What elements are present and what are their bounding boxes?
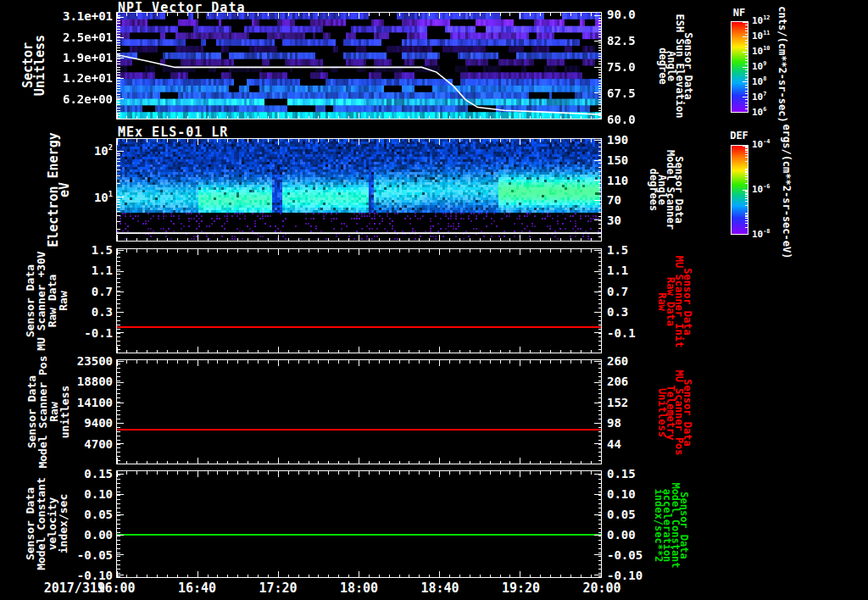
y-tick-label-right: 0.3 bbox=[607, 305, 666, 318]
y-tick-label: 0.7 bbox=[22, 285, 113, 297]
y-tick-label-right: 30 bbox=[607, 214, 666, 226]
y-tick-label-right: 260 bbox=[607, 354, 666, 367]
y-tick-label-right: 206 bbox=[607, 375, 666, 387]
y-tick-label-right: 60.0 bbox=[607, 113, 666, 125]
y-tick-label-right: 110 bbox=[607, 174, 666, 186]
y-tick-label-right: -0.05 bbox=[607, 548, 666, 561]
def-scale-tick: 10-4 bbox=[752, 139, 770, 150]
time-tick-label: 19:20 bbox=[502, 581, 540, 596]
axis-ticks bbox=[117, 249, 601, 353]
nf-scale-tick: 108 bbox=[752, 76, 766, 87]
y-tick-label: 18800 bbox=[22, 375, 113, 387]
y-tick-label-right: 0.10 bbox=[607, 487, 666, 500]
def-scale-tick: 10-6 bbox=[752, 184, 770, 195]
nf-scale-tick: 1011 bbox=[752, 31, 770, 42]
y-tick-label: 1.9e+01 bbox=[22, 51, 113, 64]
panel3-line-plot bbox=[116, 248, 602, 353]
y-tick-label-right: 150 bbox=[607, 153, 666, 166]
def-scale-tick: 10-8 bbox=[752, 229, 770, 240]
def-colorbar-unit: ergs/(cm**2-sr-sec-eV) bbox=[782, 125, 792, 259]
y-tick-label-right: 75.0 bbox=[607, 60, 666, 73]
y-tick-label-right: 1.5 bbox=[607, 243, 666, 256]
nf-scale-tick: 106 bbox=[752, 107, 766, 118]
panel4-line-plot bbox=[116, 359, 602, 464]
date-label: 2017/319 bbox=[15, 581, 105, 596]
y-tick-label-right: 190 bbox=[607, 133, 666, 146]
y-tick-label-right: 0.05 bbox=[607, 508, 666, 520]
y-tick-label: 14100 bbox=[22, 396, 113, 408]
y-tick-label-right: 67.5 bbox=[607, 86, 666, 99]
axis-ticks bbox=[117, 360, 601, 464]
time-tick-label: 18:40 bbox=[420, 581, 459, 596]
nf-colorbar-title: NF bbox=[722, 7, 756, 19]
axis-ticks bbox=[117, 471, 601, 577]
y-tick-label: 0.3 bbox=[22, 305, 113, 318]
y-tick-label: 6.2e+00 bbox=[22, 92, 113, 105]
def-colorbar-title: DEF bbox=[722, 130, 756, 142]
y-tick-label-right: 44 bbox=[607, 437, 666, 450]
y-tick-label: 23500 bbox=[22, 354, 113, 367]
y-tick-label: 0.15 bbox=[22, 467, 113, 480]
plot-screen: NPI Vector Data MEx ELS-01 LR Sector Uni… bbox=[0, 0, 868, 600]
y-tick-label: -0.10 bbox=[22, 569, 113, 581]
panel5-line-plot bbox=[116, 470, 602, 578]
y-tick-label: 1.5 bbox=[22, 243, 113, 256]
nf-colorbar bbox=[731, 21, 748, 113]
y-tick-label: 9400 bbox=[22, 416, 113, 429]
y-tick-label: 4700 bbox=[22, 437, 113, 450]
y-tick-label: 0.00 bbox=[22, 528, 113, 541]
nf-colorbar-unit: cnts/(cm**2-sr-sec) bbox=[777, 6, 787, 122]
y-tick-label-right: 1.1 bbox=[607, 264, 666, 276]
def-colorbar bbox=[731, 145, 748, 235]
y-tick-label-right: 90.0 bbox=[607, 8, 666, 20]
nf-scale-tick: 107 bbox=[752, 92, 766, 103]
y-tick-label-right: 0.00 bbox=[607, 528, 666, 541]
time-tick-label: 16:00 bbox=[97, 581, 135, 596]
y-tick-label: 1.1 bbox=[22, 264, 113, 276]
y-tick-label: -0.1 bbox=[22, 326, 113, 339]
colorbar-ticks bbox=[732, 22, 748, 112]
y-tick-label-right: -0.1 bbox=[607, 326, 666, 339]
time-tick-label: 17:20 bbox=[259, 581, 297, 596]
y-tick-label-right: 82.5 bbox=[607, 34, 666, 47]
y-tick-label: 3.1e+01 bbox=[22, 9, 113, 22]
nf-scale-tick: 1012 bbox=[752, 15, 770, 26]
nf-scale-tick: 1010 bbox=[752, 46, 770, 57]
panel1-npi-spectrogram bbox=[116, 12, 602, 119]
panel2-els-spectrogram bbox=[116, 138, 602, 242]
axis-ticks bbox=[117, 13, 601, 119]
panel1-left-axis-label: Sector Unitless bbox=[22, 35, 46, 96]
y-tick-label-right: -0.10 bbox=[607, 569, 666, 581]
y-tick-label-right: 0.7 bbox=[607, 285, 666, 297]
y-tick-label: 2.5e+01 bbox=[22, 31, 113, 43]
y-tick-label-right: 98 bbox=[607, 416, 666, 429]
y-tick-label: 1.2e+01 bbox=[22, 71, 113, 84]
time-tick-label: 16:40 bbox=[178, 581, 216, 596]
y-tick-label-right: 70 bbox=[607, 193, 666, 206]
y-tick-label: 101 bbox=[22, 191, 113, 203]
panel4-left-axis-label: Sensor Data Model Scanner Pos Raw unitle… bbox=[26, 355, 70, 468]
axis-ticks bbox=[117, 139, 601, 241]
time-tick-label: 20:00 bbox=[582, 581, 620, 596]
y-tick-label-right: 152 bbox=[607, 396, 666, 408]
colorbar-ticks bbox=[732, 146, 748, 234]
y-tick-label: 0.10 bbox=[22, 487, 113, 500]
y-tick-label: 102 bbox=[22, 144, 113, 157]
y-tick-label-right: 0.15 bbox=[607, 467, 666, 480]
y-tick-label: -0.05 bbox=[22, 548, 113, 561]
y-tick-label: 0.05 bbox=[22, 508, 113, 520]
time-tick-label: 18:00 bbox=[340, 581, 378, 596]
nf-scale-tick: 109 bbox=[752, 61, 766, 72]
